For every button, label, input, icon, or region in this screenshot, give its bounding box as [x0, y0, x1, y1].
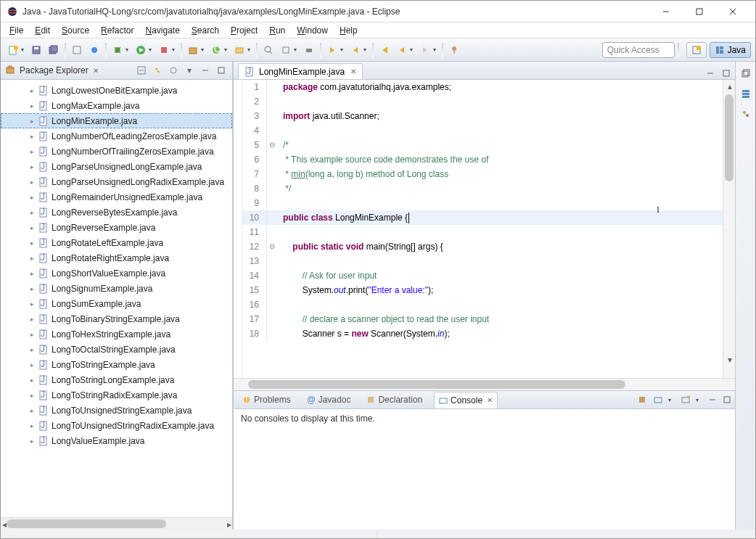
tree-item[interactable]: ▸JLongToOctalStringExample.java [1, 342, 232, 357]
code-line[interactable]: 14 // Ask for user input [242, 268, 723, 283]
scroll-up-icon[interactable]: ▴ [723, 80, 735, 92]
menu-help[interactable]: Help [334, 24, 363, 37]
fold-marker[interactable]: ⊖ [267, 138, 277, 152]
tree-item[interactable]: ▸JLongNumberOfLeadingZerosExample.java [1, 128, 232, 144]
quick-access-field[interactable]: Quick Access [602, 42, 675, 58]
restore-icon[interactable] [739, 66, 753, 81]
code-line[interactable]: 6 * This example source code demonstrate… [242, 152, 723, 167]
minimize-editor-button[interactable] [704, 67, 716, 79]
minimize-button[interactable] [649, 1, 683, 22]
expand-arrow-icon[interactable]: ▸ [28, 437, 36, 445]
scroll-thumb[interactable] [725, 94, 734, 181]
expand-arrow-icon[interactable]: ▸ [28, 346, 36, 353]
dropdown-icon[interactable]: ▼ [432, 47, 437, 52]
new-class-button[interactable]: C [208, 42, 224, 58]
task-list-icon[interactable] [739, 86, 753, 101]
tree-item[interactable]: ▸JLongValueExample.java [1, 433, 232, 448]
expand-arrow-icon[interactable]: ▸ [28, 194, 36, 201]
vertical-scrollbar[interactable]: ▴ ▾ [723, 80, 735, 378]
scroll-down-icon[interactable]: ▾ [723, 353, 735, 366]
toggle-mark-button[interactable] [278, 42, 294, 58]
tree-item[interactable]: ▸JLongRotateLeftExample.java [1, 235, 232, 250]
tree-item[interactable]: ▸JLongToHexStringExample.java [1, 326, 232, 342]
tree-item[interactable]: ▸JLongToUnsignedStringRadixExample.java [1, 418, 232, 433]
print-button[interactable] [301, 42, 317, 58]
dropdown-icon[interactable]: ▼ [200, 47, 205, 52]
expand-arrow-icon[interactable]: ▸ [28, 118, 36, 125]
expand-arrow-icon[interactable]: ▸ [28, 148, 36, 155]
expand-arrow-icon[interactable]: ▸ [28, 316, 36, 323]
code-line[interactable]: 11 [242, 225, 723, 239]
fold-marker[interactable]: ⊖ [267, 239, 277, 254]
dropdown-icon[interactable]: ▼ [408, 47, 414, 52]
dropdown-icon[interactable]: ▼ [147, 47, 153, 52]
code-line[interactable]: 4 [242, 123, 723, 138]
open-perspective-button[interactable] [686, 42, 707, 58]
maximize-editor-button[interactable] [720, 67, 732, 79]
pin-editor-button[interactable] [446, 42, 462, 58]
tree-item[interactable]: ▸JLongMaxExample.java [1, 98, 232, 113]
menu-search[interactable]: Search [186, 24, 225, 37]
code-line[interactable]: 2 [242, 94, 723, 109]
tree-item[interactable]: ▸JLongToBinaryStringExample.java [1, 311, 232, 326]
code-line[interactable]: 1package com.javatutorialhq.java.example… [242, 80, 723, 94]
link-editor-button[interactable] [151, 64, 164, 77]
dropdown-icon[interactable]: ▼ [339, 47, 345, 52]
tree-item[interactable]: ▸JLongRotateRightExample.java [1, 250, 232, 266]
expand-arrow-icon[interactable]: ▸ [28, 407, 36, 414]
code-line[interactable]: 15 System.out.print("Enter a value:"); [242, 283, 723, 297]
focus-task-button[interactable] [167, 64, 180, 77]
tree-item[interactable]: ▸JLongSignumExample.java [1, 281, 232, 296]
scroll-right-icon[interactable]: ▸ [223, 518, 235, 530]
code-line[interactable]: 9 [242, 196, 723, 210]
menu-run[interactable]: Run [263, 24, 291, 37]
expand-arrow-icon[interactable]: ▸ [28, 133, 36, 140]
menu-window[interactable]: Window [291, 24, 334, 37]
menu-file[interactable]: File [4, 24, 29, 37]
code-line[interactable]: 8 */ [242, 181, 723, 196]
tab-console[interactable]: Console ✕ [434, 392, 498, 408]
run-button[interactable] [133, 42, 149, 58]
dropdown-icon[interactable]: ▼ [667, 398, 673, 403]
horizontal-scrollbar[interactable]: ◂ ▸ [1, 517, 232, 530]
expand-arrow-icon[interactable]: ▸ [28, 422, 36, 429]
code-line[interactable]: 7 * min(long a, long b) method of Long c… [242, 167, 723, 181]
tree-item[interactable]: ▸JLongParseUnsignedLongRadixExample.java [1, 174, 232, 189]
new-console-button[interactable]: + [681, 395, 690, 404]
new-button[interactable] [5, 42, 21, 58]
breakpoint-gutter[interactable] [234, 80, 242, 378]
code-line[interactable]: 18 Scanner s = new Scanner(System.in); [242, 326, 723, 341]
maximize-view-button[interactable] [215, 64, 228, 77]
code-line[interactable]: 17 // declare a scanner object to read t… [242, 312, 723, 326]
tree-item[interactable]: ▸JLongToStringExample.java [1, 357, 232, 372]
expand-arrow-icon[interactable]: ▸ [28, 285, 36, 292]
tree-item[interactable]: ▸JLongRemainderUnsignedExample.java [1, 189, 232, 205]
next-annotation-button[interactable] [324, 42, 340, 58]
scroll-thumb[interactable] [7, 519, 166, 528]
expand-arrow-icon[interactable]: ▸ [28, 163, 36, 170]
menu-project[interactable]: Project [225, 24, 263, 37]
expand-arrow-icon[interactable]: ▸ [28, 224, 36, 231]
prev-annotation-button[interactable] [348, 42, 363, 58]
save-button[interactable] [28, 42, 44, 58]
minimize-view-button[interactable] [199, 64, 212, 77]
code-line[interactable]: 12⊖ public static void main(String[] arg… [242, 239, 723, 254]
outline-icon[interactable] [739, 107, 753, 121]
scroll-thumb[interactable] [248, 380, 625, 389]
tree-item[interactable]: ▸JLongNumberOfTrailingZerosExample.java [1, 144, 232, 159]
dropdown-icon[interactable]: ▼ [124, 47, 130, 52]
menu-source[interactable]: Source [56, 24, 95, 37]
dropdown-icon[interactable]: ▼ [246, 47, 252, 52]
new-package-button[interactable] [185, 42, 201, 58]
minimize-bottom-button[interactable] [709, 396, 716, 403]
code-line[interactable]: 5⊖/* [242, 138, 723, 152]
code-line[interactable]: 10public class LongMinExample { [242, 210, 723, 225]
dropdown-icon[interactable]: ▼ [694, 398, 700, 403]
code-line[interactable]: 16 [242, 297, 723, 312]
maximize-bottom-button[interactable] [723, 396, 731, 403]
tree-item[interactable]: ▸JLongSumExample.java [1, 296, 232, 311]
close-tab-icon[interactable]: ✕ [350, 67, 356, 75]
tree-item[interactable]: ▸JLongShortValueExample.java [1, 266, 232, 281]
open-task-button[interactable] [231, 42, 247, 58]
forward-button[interactable] [417, 42, 433, 58]
